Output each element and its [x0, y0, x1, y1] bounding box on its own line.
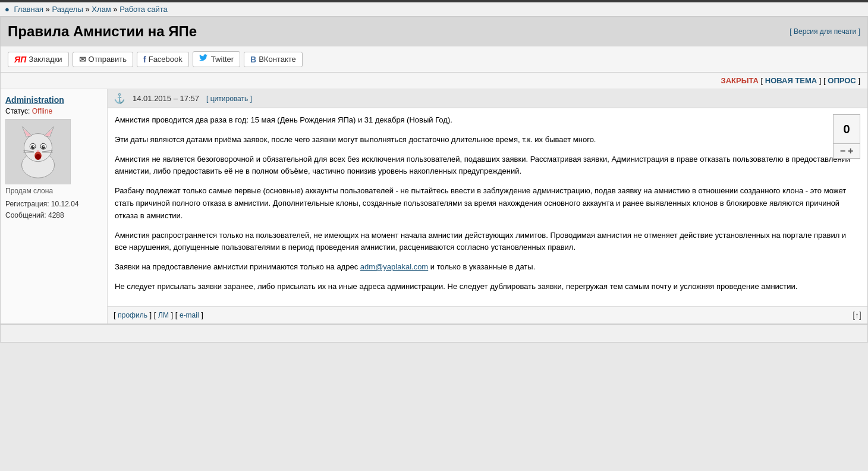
svg-point-11: [33, 146, 34, 147]
yandex-icon: ЯП: [14, 55, 26, 64]
facebook-button[interactable]: f Facebook: [137, 52, 189, 67]
author-reg-info: Регистрация: 10.12.04 Сообщений: 4288: [5, 199, 102, 221]
pm-link[interactable]: ЛМ: [158, 311, 169, 319]
vote-count: 0: [834, 115, 860, 144]
vk-icon: В: [250, 55, 256, 64]
svg-point-19: [35, 154, 41, 160]
svg-point-9: [31, 145, 34, 149]
post-paragraph-3: Амнистия не является безоговорочной и об…: [115, 153, 860, 178]
breadcrumb-sep1: »: [46, 5, 50, 14]
author-status: Статус: Offline: [5, 107, 102, 115]
twitter-label: Twitter: [211, 55, 234, 64]
post-footer-links: [ профиль ] [ ЛМ ] [ e-mail ]: [114, 310, 203, 319]
breadcrumb: ● Главная » Разделы » Хлам » Работа сайт…: [0, 2, 868, 17]
actions-bar: ЗАКРЫТА [ НОВАЯ ТЕМА ] [ ОПРОС ]: [1, 73, 867, 89]
breadcrumb-sep3: »: [113, 5, 117, 14]
vkontakte-label: ВКонтакте: [259, 55, 296, 64]
poll-link[interactable]: ОПРОС: [828, 76, 856, 85]
post-paragraph-2: Эти даты являются датами приёма заявок, …: [115, 134, 860, 146]
breadcrumb-sep2: »: [85, 5, 89, 14]
main-container: Правила Амнистии на ЯПе [ Версия для печ…: [0, 17, 868, 343]
quote-link[interactable]: [ цитировать ]: [206, 95, 252, 103]
post-footer: [ профиль ] [ ЛМ ] [ e-mail ] [↑]: [108, 306, 867, 324]
email-footer-link[interactable]: e-mail: [180, 311, 199, 319]
breadcrumb-junk[interactable]: Хлам: [92, 5, 111, 14]
author-username[interactable]: Administration: [5, 95, 102, 105]
vkontakte-button[interactable]: В ВКонтакте: [244, 52, 303, 67]
post-paragraph-1: Амнистия проводится два раза в год: 15 м…: [115, 114, 860, 127]
post-author-sidebar: Administration Статус: Offline: [1, 89, 108, 324]
breadcrumb-sections[interactable]: Разделы: [52, 5, 83, 14]
yandex-bookmarks-button[interactable]: ЯП Закладки: [8, 52, 69, 67]
post-date: 14.01.2015 – 17:57: [133, 94, 199, 103]
page-title-bar: Правила Амнистии на ЯПе [ Версия для печ…: [1, 17, 867, 46]
post-header: ⚓ 14.01.2015 – 17:57 [ цитировать ]: [108, 89, 867, 108]
status-label: Статус:: [5, 107, 30, 115]
up-arrow-icon[interactable]: [↑]: [853, 310, 861, 320]
status-value: Offline: [32, 107, 52, 115]
facebook-label: Facebook: [149, 55, 183, 64]
post-paragraph-6: Заявки на предоставление амнистии приним…: [115, 261, 860, 274]
vote-controls: − +: [834, 144, 860, 158]
post-paragraph-4: Разбану подлежат только самые первые (ос…: [115, 185, 860, 222]
twitter-icon: [199, 54, 209, 64]
profile-link[interactable]: профиль: [118, 311, 147, 319]
page-title: Правила Амнистии на ЯПе: [8, 23, 197, 40]
send-label: Отправить: [89, 55, 127, 64]
new-topic-link[interactable]: НОВАЯ ТЕМА: [765, 76, 817, 85]
bottom-area: [1, 324, 867, 342]
yandex-label: Закладки: [29, 55, 62, 64]
breadcrumb-home[interactable]: Главная: [14, 5, 43, 14]
posts-count: 4288: [48, 211, 64, 219]
send-button[interactable]: ✉ Отправить: [73, 52, 133, 67]
post-area: Administration Статус: Offline: [1, 89, 867, 324]
twitter-button[interactable]: Twitter: [193, 51, 240, 67]
home-icon: ●: [5, 5, 10, 14]
svg-point-12: [43, 146, 45, 147]
author-avatar: [5, 119, 71, 184]
reg-label: Регистрация:: [5, 200, 49, 208]
facebook-icon: f: [143, 55, 146, 64]
vote-minus-button[interactable]: −: [840, 146, 845, 156]
vote-plus-button[interactable]: +: [848, 146, 853, 156]
post-paragraph-5: Амнистия распространяется только на поль…: [115, 230, 860, 255]
reg-date: 10.12.04: [51, 200, 79, 208]
post-paragraph-7: Не следует присылать заявки заранее, либ…: [115, 281, 860, 293]
print-link[interactable]: [ Версия для печати ]: [790, 27, 860, 36]
social-bar: ЯП Закладки ✉ Отправить f Facebook Twitt…: [1, 46, 867, 73]
closed-badge: ЗАКРЫТА: [721, 76, 759, 85]
svg-point-10: [42, 145, 45, 149]
author-selling: Продам слона: [5, 187, 102, 195]
vote-box: 0 − +: [833, 114, 860, 159]
breadcrumb-site-work[interactable]: Работа сайта: [119, 5, 168, 14]
post-body: 0 − + Амнистия проводится два раза в год…: [108, 108, 867, 306]
mail-icon: ✉: [79, 55, 86, 64]
post-content-area: ⚓ 14.01.2015 – 17:57 [ цитировать ] 0 − …: [108, 89, 867, 324]
posts-label: Сообщений:: [5, 211, 46, 219]
anchor-icon: ⚓: [114, 93, 125, 104]
email-link[interactable]: adm@yaplakal.com: [360, 262, 428, 271]
